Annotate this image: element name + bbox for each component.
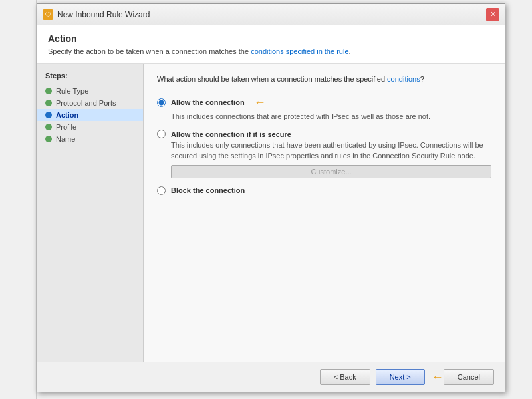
- step-label-action: Action: [56, 111, 78, 119]
- step-name[interactable]: Name: [37, 133, 143, 145]
- step-action[interactable]: Action: [37, 109, 143, 121]
- back-button[interactable]: < Back: [320, 369, 370, 385]
- steps-panel: Steps: Rule Type Protocol and Ports Acti…: [37, 64, 144, 362]
- close-icon: ✕: [490, 10, 496, 19]
- steps-heading: Steps:: [37, 72, 143, 85]
- header-desc-prefix: Specify the action to be taken when a co…: [48, 47, 251, 55]
- dialog-body: Action Specify the action to be taken wh…: [37, 25, 505, 392]
- dialog-icon: 🛡: [43, 9, 53, 20]
- sidebar-panel: [0, 0, 37, 399]
- option-allow: Allow the connection ← This includes con…: [157, 96, 491, 122]
- close-button[interactable]: ✕: [486, 8, 499, 21]
- step-profile[interactable]: Profile: [37, 121, 143, 133]
- cancel-arrow-icon: ←: [432, 370, 444, 384]
- title-bar-left: 🛡 New Inbound Rule Wizard: [43, 9, 150, 20]
- dialog-title: New Inbound Rule Wizard: [57, 10, 150, 19]
- dialog-window: 🛡 New Inbound Rule Wizard ✕ Action Speci…: [37, 3, 505, 392]
- step-dot-name: [45, 136, 52, 142]
- content-panel: What action should be taken when a conne…: [144, 64, 505, 362]
- header-heading: Action: [48, 33, 494, 44]
- step-rule-type[interactable]: Rule Type: [37, 85, 143, 97]
- option-allow-secure-label: Allow the connection if it is secure: [171, 130, 291, 138]
- option-allow-secure: Allow the connection if it is secure Thi…: [157, 130, 491, 178]
- radio-group: Allow the connection ← This includes con…: [157, 96, 491, 197]
- radio-allow-secure[interactable]: [157, 130, 166, 138]
- option-allow-secure-desc: This includes only connections that have…: [171, 140, 491, 161]
- arrow-icon-allow: ←: [254, 96, 266, 110]
- title-bar: 🛡 New Inbound Rule Wizard ✕: [37, 4, 505, 25]
- customize-button[interactable]: Customize...: [171, 165, 491, 178]
- step-label-profile: Profile: [56, 123, 76, 131]
- radio-allow[interactable]: [157, 98, 166, 107]
- step-label-protocol: Protocol and Ports: [56, 99, 116, 107]
- step-dot-profile: [45, 124, 52, 130]
- cancel-area: ← Cancel: [430, 369, 494, 385]
- dialog-main: Steps: Rule Type Protocol and Ports Acti…: [37, 64, 505, 362]
- option-block-label: Block the connection: [171, 186, 245, 194]
- step-dot-action: [45, 112, 52, 118]
- header-description: Specify the action to be taken when a co…: [48, 47, 494, 57]
- option-allow-label: Allow the connection: [171, 98, 245, 106]
- step-label-name: Name: [56, 135, 75, 143]
- dialog-footer: < Back Next > ← Cancel: [37, 362, 505, 392]
- next-button[interactable]: Next >: [376, 369, 425, 385]
- step-dot-rule-type: [45, 88, 52, 94]
- step-dot-protocol: [45, 100, 52, 106]
- content-question: What action should be taken when a conne…: [157, 74, 491, 84]
- cancel-button[interactable]: Cancel: [444, 369, 494, 385]
- step-label-rule-type: Rule Type: [56, 87, 88, 95]
- option-block: Block the connection: [157, 186, 491, 197]
- question-prefix: What action should be taken when a conne…: [157, 75, 387, 83]
- option-allow-row: Allow the connection ←: [157, 96, 491, 110]
- option-allow-secure-row: Allow the connection if it is secure: [157, 130, 491, 138]
- radio-block[interactable]: [157, 186, 166, 195]
- header-desc-link: conditions specified in the rule: [251, 47, 348, 55]
- option-allow-desc: This includes connections that are prote…: [171, 112, 491, 122]
- question-suffix: ?: [420, 75, 424, 83]
- option-block-row: Block the connection: [157, 186, 491, 195]
- dialog-header: Action Specify the action to be taken wh…: [37, 25, 505, 64]
- step-protocol-ports[interactable]: Protocol and Ports: [37, 97, 143, 109]
- question-link: conditions: [387, 75, 420, 83]
- header-desc-suffix: .: [349, 47, 351, 55]
